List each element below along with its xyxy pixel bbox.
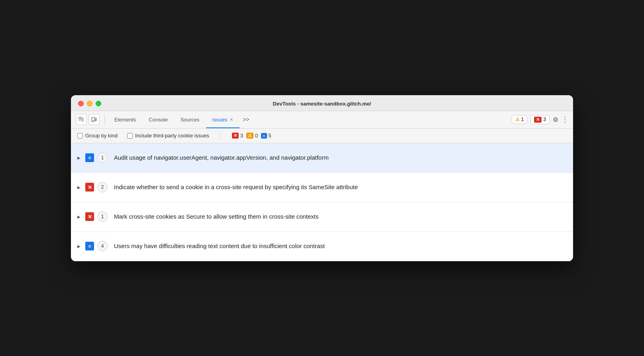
issue-text-4: Users may have difficulties reading text… [114,242,567,251]
issue-row-2[interactable]: ▶ ✕ 2 Indicate whether to send a cookie … [71,173,573,202]
tab-console[interactable]: Console [142,111,174,128]
titlebar: DevTools - samesite-sandbox.glitch.me/ [71,95,573,111]
error-icon: ✕ [534,117,542,123]
close-issues-tab-icon[interactable]: ✕ [230,117,233,122]
issue-text-3: Mark cross-site cookies as Secure to all… [114,212,567,221]
more-tabs-button[interactable]: >> [240,116,252,123]
third-party-label: Include third-party cookie issues [135,133,209,139]
issue-count-badge-3: 1 [97,211,108,222]
filter-error-icon: ✕ [232,133,239,139]
third-party-checkbox[interactable]: Include third-party cookie issues [127,133,209,139]
issue-type-icon-2: ✕ [85,183,94,192]
window-title: DevTools - samesite-sandbox.glitch.me/ [273,101,371,107]
expand-arrow-2: ▶ [77,185,80,190]
toolbar: Elements Console Sources Issues ✕ >> ⚠ 1 [71,111,573,129]
issue-count-badge-4: 4 [97,241,108,251]
issues-list: ▶ ≡ 1 Audit usage of navigator.userAgent… [71,143,573,261]
tab-elements[interactable]: Elements [108,111,142,128]
filter-divider [220,132,221,140]
third-party-input[interactable] [127,133,133,139]
issue-type-icon-4: ≡ [85,242,94,250]
filter-warning-count: ⚠ 0 [246,133,258,139]
x-icon-3: ✕ [88,214,92,220]
tab-issues[interactable]: Issues ✕ [206,111,240,128]
maximize-button[interactable] [96,101,101,106]
issue-text-1: Audit usage of navigator.userAgent, navi… [114,153,567,162]
expand-arrow-3: ▶ [77,215,80,219]
devtools-window: DevTools - samesite-sandbox.glitch.me/ [71,95,573,261]
warning-icon: ⚠ [515,117,520,122]
issue-type-icon-3: ✕ [85,212,94,221]
x-icon-2: ✕ [88,184,92,190]
svg-rect-6 [95,118,96,121]
warning-badge-button[interactable]: ⚠ 1 [512,115,528,124]
minimize-button[interactable] [87,101,92,106]
issue-type-icon-1: ≡ [85,153,94,162]
filter-error-number: 3 [240,133,243,139]
chat-icon-1: ≡ [88,155,91,161]
expand-arrow-1: ▶ [77,156,80,160]
toolbar-icons [76,114,105,125]
error-badge-button[interactable]: ✕ 3 [530,115,550,124]
traffic-lights [78,101,101,106]
error-count: 3 [543,117,546,122]
close-button[interactable] [78,101,84,106]
filter-warning-number: 0 [255,133,258,139]
warning-count: 1 [521,117,524,122]
filter-counts: ✕ 3 ⚠ 0 ≡ 5 [232,133,271,139]
chat-icon-4: ≡ [88,243,91,249]
filter-warning-icon: ⚠ [246,133,253,139]
group-by-kind-input[interactable] [77,133,83,139]
issue-row-3[interactable]: ▶ ✕ 1 Mark cross-site cookies as Secure … [71,202,573,232]
toolbar-right: ⚠ 1 ✕ 3 ⚙ ⋮ [512,115,568,124]
expand-arrow-4: ▶ [77,244,80,248]
filter-info-icon: ≡ [261,133,267,139]
device-toolbar-button[interactable] [88,114,100,125]
group-by-kind-label: Group by kind [85,133,118,139]
tab-sources[interactable]: Sources [174,111,206,128]
group-by-kind-checkbox[interactable]: Group by kind [77,133,118,139]
tabs: Elements Console Sources Issues ✕ >> [108,111,512,128]
issue-count-badge-1: 1 [97,153,108,163]
issue-count-badge-2: 2 [97,182,108,192]
issue-row-1[interactable]: ▶ ≡ 1 Audit usage of navigator.userAgent… [71,143,573,173]
svg-rect-0 [79,117,81,119]
filter-info-count: ≡ 5 [261,133,271,139]
filterbar: Group by kind Include third-party cookie… [71,129,573,143]
inspect-element-button[interactable] [76,114,87,125]
issue-row-4[interactable]: ▶ ≡ 4 Users may have difficulties readin… [71,232,573,261]
filter-info-number: 5 [269,133,271,139]
issue-text-2: Indicate whether to send a cookie in a c… [114,183,567,192]
more-options-icon[interactable]: ⋮ [562,115,568,124]
settings-icon[interactable]: ⚙ [553,116,558,123]
filter-error-count: ✕ 3 [232,133,243,139]
